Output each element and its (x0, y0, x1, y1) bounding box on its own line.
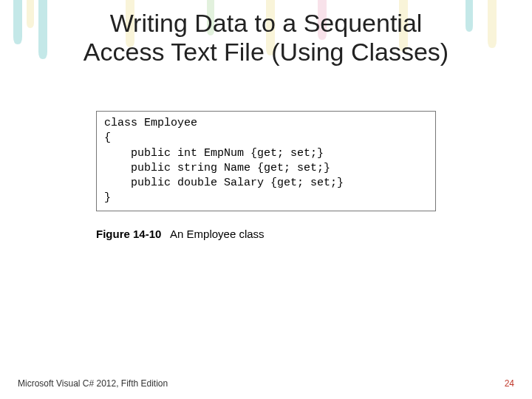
code-box: class Employee { public int EmpNum {get;… (96, 111, 436, 211)
footer-book-title: Microsoft Visual C# 2012, Fifth Edition (18, 378, 168, 389)
slide-title: Writing Data to a Sequential Access Text… (0, 0, 532, 66)
code-area: class Employee { public int EmpNum {get;… (96, 111, 436, 240)
footer-page-number: 24 (505, 378, 514, 389)
code-listing: class Employee { public int EmpNum {get;… (104, 116, 428, 206)
slide: Writing Data to a Sequential Access Text… (0, 0, 532, 399)
slide-footer: Microsoft Visual C# 2012, Fifth Edition … (18, 378, 514, 389)
figure-label: Figure 14-10 (96, 228, 161, 240)
title-line-1: Writing Data to a Sequential (110, 9, 423, 37)
title-line-2: Access Text File (Using Classes) (83, 38, 449, 66)
figure-caption: Figure 14-10 An Employee class (96, 228, 436, 240)
figure-caption-text: An Employee class (170, 228, 265, 240)
